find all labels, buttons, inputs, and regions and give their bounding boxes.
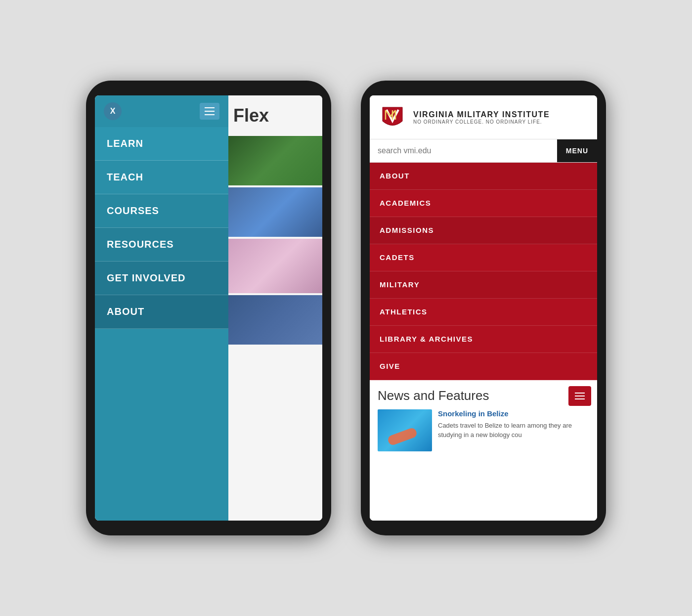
nav-item-cadets[interactable]: CADETS <box>370 244 597 271</box>
news-item: Snorkeling in Belize Cadets travel to Be… <box>378 409 589 451</box>
menu-button[interactable]: MENU <box>557 139 597 162</box>
float-hamburger-line-3 <box>575 398 585 399</box>
left-nav-panel: X LEARN TEACH COURSES <box>95 95 228 521</box>
nav-item-about[interactable]: ABOUT <box>95 295 228 329</box>
nav-item-give[interactable]: GIVE <box>370 353 597 380</box>
float-hamburger-line-1 <box>575 393 585 394</box>
left-screen-inner: X LEARN TEACH COURSES <box>95 95 322 521</box>
red-nav-menu: ABOUT ACADEMICS ADMISSIONS CADETS MILITA… <box>370 163 597 380</box>
hamburger-line-1 <box>205 107 215 108</box>
vmi-tagline: NO ORDINARY COLLEGE. NO ORDINARY LIFE. <box>413 119 550 125</box>
news-link[interactable]: Snorkeling in Belize <box>438 409 589 418</box>
news-content: Snorkeling in Belize Cadets travel to Be… <box>438 409 589 451</box>
vmi-title-block: VIRGINIA MILITARY INSTITUTE NO ORDINARY … <box>413 110 550 125</box>
left-nav-header: X <box>95 95 228 127</box>
hamburger-line-3 <box>205 114 215 115</box>
vmi-header: VIRGINIA MILITARY INSTITUTE NO ORDINARY … <box>370 95 597 139</box>
right-phone: VIRGINIA MILITARY INSTITUTE NO ORDINARY … <box>361 81 606 535</box>
nav-item-military[interactable]: MILITARY <box>370 271 597 299</box>
nav-item-about[interactable]: ABOUT <box>370 163 597 190</box>
float-menu-button[interactable] <box>568 386 591 406</box>
news-description: Cadets travel to Belize to learn among t… <box>438 422 572 439</box>
nav-item-get-involved[interactable]: GET INVOLVED <box>95 262 228 295</box>
right-phone-screen: VIRGINIA MILITARY INSTITUTE NO ORDINARY … <box>370 95 597 521</box>
hamburger-line-2 <box>205 111 215 112</box>
person-image <box>228 239 322 293</box>
nav-item-courses[interactable]: COURSES <box>95 194 228 228</box>
nav-item-learn[interactable]: LEARN <box>95 127 228 161</box>
vmi-name: VIRGINIA MILITARY INSTITUTE <box>413 110 550 119</box>
left-phone-screen: X LEARN TEACH COURSES <box>95 95 322 521</box>
blue-building-image <box>228 187 322 237</box>
float-hamburger-line-2 <box>575 396 585 396</box>
search-row: MENU <box>370 139 597 163</box>
close-button[interactable]: X <box>104 102 122 120</box>
blue-image-2 <box>228 295 322 345</box>
content-title: Flex <box>228 95 322 136</box>
news-section-title: News and Features <box>378 388 589 403</box>
hamburger-button[interactable] <box>200 103 219 120</box>
left-content-panel: Flex <box>228 95 322 521</box>
forest-image <box>228 136 322 185</box>
nav-item-athletics[interactable]: ATHLETICS <box>370 299 597 326</box>
diver-shape <box>387 427 418 446</box>
search-input[interactable] <box>370 139 557 162</box>
left-phone: X LEARN TEACH COURSES <box>86 81 331 535</box>
news-section: News and Features Snorkeling in Belize C… <box>370 380 597 521</box>
nav-item-academics[interactable]: ACADEMICS <box>370 190 597 217</box>
nav-item-admissions[interactable]: ADMISSIONS <box>370 217 597 244</box>
news-image <box>378 409 432 451</box>
vmi-logo <box>378 102 407 132</box>
nav-item-teach[interactable]: TEACH <box>95 161 228 194</box>
nav-item-resources[interactable]: RESOURCES <box>95 228 228 262</box>
right-screen-inner: VIRGINIA MILITARY INSTITUTE NO ORDINARY … <box>370 95 597 521</box>
left-nav-menu: LEARN TEACH COURSES RESOURCES GET INVOLV… <box>95 127 228 521</box>
nav-item-library[interactable]: LIBRARY & ARCHIVES <box>370 326 597 353</box>
